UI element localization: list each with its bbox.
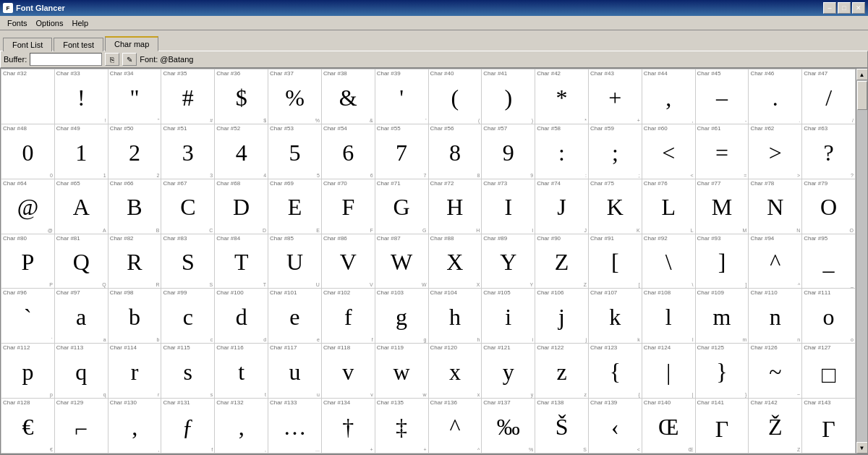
char-cell-122[interactable]: Char #122zz <box>535 344 589 399</box>
char-cell-59[interactable]: Char #59;; <box>589 124 642 179</box>
char-cell-113[interactable]: Char #113qq <box>55 344 109 399</box>
scroll-thumb[interactable] <box>857 81 867 110</box>
char-cell-136[interactable]: Char #136^^ <box>429 399 482 454</box>
char-cell-39[interactable]: Char #39'' <box>375 69 429 124</box>
tab-font-list[interactable]: Font List <box>3 38 52 51</box>
menu-fonts[interactable]: Fonts <box>3 17 32 29</box>
char-cell-112[interactable]: Char #112pp <box>1 344 55 399</box>
char-cell-72[interactable]: Char #72HH <box>429 179 482 234</box>
char-cell-34[interactable]: Char #34"" <box>109 69 162 124</box>
char-cell-90[interactable]: Char #90ZZ <box>535 234 589 289</box>
char-cell-119[interactable]: Char #119ww <box>375 344 429 399</box>
char-cell-81[interactable]: Char #81QQ <box>55 234 109 289</box>
char-cell-70[interactable]: Char #70FF <box>322 179 375 234</box>
char-cell-62[interactable]: Char #62>> <box>749 124 802 179</box>
char-cell-36[interactable]: Char #36$$ <box>215 69 268 124</box>
paste-button[interactable]: ✎ <box>122 53 137 66</box>
scroll-up-button[interactable]: ▲ <box>856 69 868 80</box>
char-cell-47[interactable]: Char #47// <box>802 69 856 124</box>
char-cell-125[interactable]: Char #125}} <box>696 344 749 399</box>
char-cell-91[interactable]: Char #91[[ <box>589 234 642 289</box>
scrollbar[interactable]: ▲ ▼ <box>856 69 867 454</box>
char-cell-38[interactable]: Char #38&& <box>322 69 375 124</box>
char-cell-84[interactable]: Char #84TT <box>215 234 268 289</box>
char-cell-96[interactable]: Char #96`` <box>1 289 55 344</box>
char-cell-71[interactable]: Char #71GG <box>375 179 429 234</box>
char-cell-102[interactable]: Char #102ff <box>322 289 375 344</box>
char-cell-69[interactable]: Char #69EE <box>268 179 322 234</box>
char-cell-115[interactable]: Char #115ss <box>161 344 215 399</box>
close-button[interactable]: ✕ <box>852 2 865 14</box>
char-cell-131[interactable]: Char #131ƒf <box>161 399 215 454</box>
char-cell-82[interactable]: Char #82RR <box>109 234 162 289</box>
char-cell-104[interactable]: Char #104hh <box>429 289 482 344</box>
char-cell-41[interactable]: Char #41)) <box>482 69 535 124</box>
char-cell-52[interactable]: Char #5244 <box>215 124 268 179</box>
char-cell-76[interactable]: Char #76LL <box>642 179 696 234</box>
tab-font-test[interactable]: Font test <box>54 38 103 51</box>
char-cell-118[interactable]: Char #118vv <box>322 344 375 399</box>
copy-button[interactable]: ⎘ <box>105 53 119 66</box>
char-cell-79[interactable]: Char #79OO <box>802 179 856 234</box>
char-cell-138[interactable]: Char #138ŠS <box>535 399 589 454</box>
char-cell-77[interactable]: Char #77MM <box>696 179 749 234</box>
scroll-track[interactable] <box>856 80 868 442</box>
scroll-down-button[interactable]: ▼ <box>856 442 868 454</box>
maximize-button[interactable]: □ <box>838 2 851 14</box>
char-cell-75[interactable]: Char #75KK <box>589 179 642 234</box>
char-cell-93[interactable]: Char #93]] <box>696 234 749 289</box>
char-cell-44[interactable]: Char #44,, <box>642 69 696 124</box>
char-cell-60[interactable]: Char #60<< <box>642 124 696 179</box>
tab-char-map[interactable]: Char map <box>105 36 158 51</box>
char-cell-92[interactable]: Char #92\\ <box>642 234 696 289</box>
char-cell-120[interactable]: Char #120xx <box>429 344 482 399</box>
char-cell-126[interactable]: Char #126~~ <box>749 344 802 399</box>
char-cell-80[interactable]: Char #80PP <box>1 234 55 289</box>
char-cell-128[interactable]: Char #128€€ <box>1 399 55 454</box>
char-cell-109[interactable]: Char #109mm <box>696 289 749 344</box>
char-cell-141[interactable]: Char #141Γ <box>696 399 749 454</box>
char-cell-98[interactable]: Char #98bb <box>109 289 162 344</box>
char-cell-86[interactable]: Char #86VV <box>322 234 375 289</box>
char-cell-106[interactable]: Char #106jj <box>535 289 589 344</box>
char-cell-129[interactable]: Char #129⌐ <box>55 399 109 454</box>
char-cell-117[interactable]: Char #117uu <box>268 344 322 399</box>
char-cell-137[interactable]: Char #137‰% <box>482 399 535 454</box>
char-cell-133[interactable]: Char #133…... <box>268 399 322 454</box>
char-cell-68[interactable]: Char #68DD <box>215 179 268 234</box>
char-cell-56[interactable]: Char #5688 <box>429 124 482 179</box>
char-cell-78[interactable]: Char #78NN <box>749 179 802 234</box>
char-cell-143[interactable]: Char #143Γ <box>802 399 856 454</box>
char-cell-40[interactable]: Char #40(( <box>429 69 482 124</box>
char-cell-46[interactable]: Char #46.. <box>749 69 802 124</box>
char-cell-58[interactable]: Char #58:: <box>535 124 589 179</box>
char-cell-57[interactable]: Char #5799 <box>482 124 535 179</box>
char-cell-73[interactable]: Char #73II <box>482 179 535 234</box>
char-cell-88[interactable]: Char #88XX <box>429 234 482 289</box>
char-cell-110[interactable]: Char #110nn <box>749 289 802 344</box>
char-cell-108[interactable]: Char #108ll <box>642 289 696 344</box>
char-cell-121[interactable]: Char #121yy <box>482 344 535 399</box>
char-cell-87[interactable]: Char #87WW <box>375 234 429 289</box>
char-cell-99[interactable]: Char #99cc <box>161 289 215 344</box>
char-cell-74[interactable]: Char #74JJ <box>535 179 589 234</box>
char-cell-132[interactable]: Char #132‚, <box>215 399 268 454</box>
char-cell-53[interactable]: Char #5355 <box>268 124 322 179</box>
char-cell-100[interactable]: Char #100dd <box>215 289 268 344</box>
buffer-input[interactable] <box>30 53 102 66</box>
char-cell-32[interactable]: Char #32 <box>1 69 55 124</box>
char-cell-63[interactable]: Char #63?? <box>802 124 856 179</box>
char-cell-45[interactable]: Char #45–- <box>696 69 749 124</box>
char-cell-49[interactable]: Char #4911 <box>55 124 109 179</box>
char-cell-64[interactable]: Char #64@@ <box>1 179 55 234</box>
char-cell-140[interactable]: Char #140ŒŒ <box>642 399 696 454</box>
char-cell-95[interactable]: Char #95__ <box>802 234 856 289</box>
char-cell-134[interactable]: Char #134†+ <box>322 399 375 454</box>
char-cell-65[interactable]: Char #65AA <box>55 179 109 234</box>
char-cell-67[interactable]: Char #67CC <box>161 179 215 234</box>
char-cell-116[interactable]: Char #116tt <box>215 344 268 399</box>
char-cell-107[interactable]: Char #107kk <box>589 289 642 344</box>
char-cell-51[interactable]: Char #5133 <box>161 124 215 179</box>
char-cell-105[interactable]: Char #105ii <box>482 289 535 344</box>
menu-options[interactable]: Options <box>32 17 68 29</box>
